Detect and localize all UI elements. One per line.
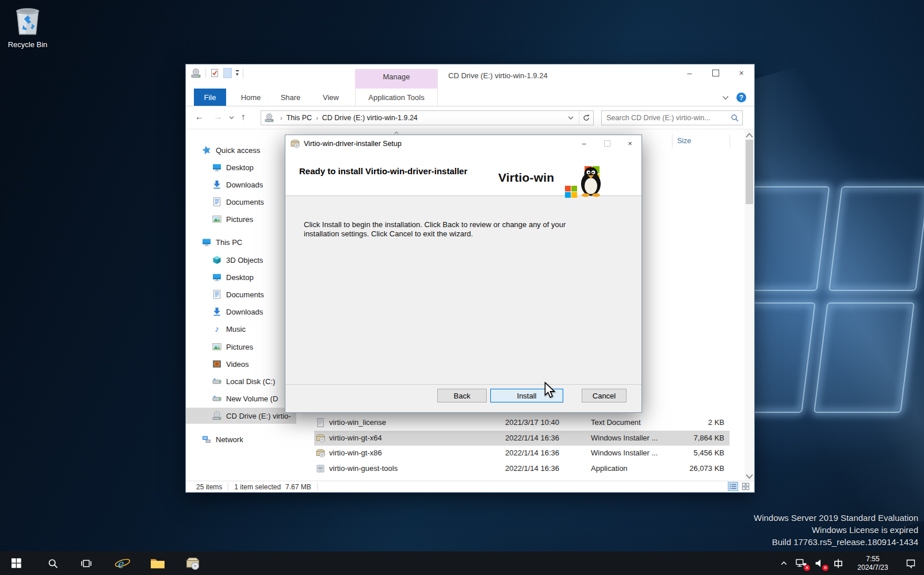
details-view-icon: [729, 482, 737, 490]
icons-view-button[interactable]: [740, 482, 751, 491]
quick-access-toolbar: ▾: [190, 68, 243, 78]
minimize-button[interactable]: –: [677, 64, 702, 82]
watermark-line: Windows Server 2019 Standard Evaluation: [754, 512, 918, 524]
divider: [243, 68, 243, 78]
file-row-virtio-win-gt-x86[interactable]: virtio-win-gt-x86 2022/1/14 16:36 Window…: [314, 446, 730, 461]
computer-icon: [202, 237, 211, 247]
download-arrow-icon: [212, 307, 222, 316]
network-status[interactable]: ✕: [792, 551, 810, 575]
help-icon[interactable]: ?: [736, 93, 746, 102]
ime-indicator[interactable]: 中: [828, 551, 848, 575]
sidebar-item-downloads2[interactable]: Downloads: [186, 304, 294, 320]
maximize-button[interactable]: [702, 64, 728, 82]
sidebar-item-pictures[interactable]: Pictures: [186, 211, 294, 227]
properties-check-icon[interactable]: [210, 68, 219, 78]
icons-view-icon: [742, 482, 750, 490]
recent-locations-icon[interactable]: [228, 114, 235, 121]
file-row-virtio-win-gt-x64[interactable]: virtio-win-gt-x64 2022/1/14 16:36 Window…: [314, 431, 730, 446]
sidebar-item-desktop[interactable]: Desktop: [186, 159, 294, 175]
dialog-maximize-button[interactable]: [595, 135, 618, 151]
sidebar-item-cd-drive-e[interactable]: CD Drive (E:) virtio-: [186, 408, 296, 424]
close-button[interactable]: ×: [728, 64, 754, 82]
document-icon: [212, 197, 222, 206]
tab-file[interactable]: File: [194, 89, 226, 106]
address-dropdown-icon[interactable]: [563, 114, 579, 121]
sidebar-item-music[interactable]: ♪Music: [186, 321, 294, 337]
msi-installer-icon: [291, 139, 300, 148]
sidebar-item-local-disk-c[interactable]: Local Disk (C:): [186, 373, 294, 389]
customize-qat-icon[interactable]: ▾: [236, 70, 239, 76]
scroll-down-icon[interactable]: [744, 471, 754, 481]
sidebar-item-desktop2[interactable]: Desktop: [186, 269, 294, 285]
sidebar-item-pictures2[interactable]: Pictures: [186, 339, 294, 355]
refresh-button[interactable]: [579, 111, 593, 125]
details-view-button[interactable]: [728, 482, 738, 491]
up-button[interactable]: ↑: [241, 112, 246, 121]
document-icon: [212, 290, 222, 299]
tab-view[interactable]: View: [315, 89, 347, 106]
task-view-button[interactable]: [74, 551, 99, 575]
sidebar-item-documents[interactable]: Documents: [186, 194, 294, 210]
internet-explorer-button[interactable]: e: [110, 551, 135, 575]
msi-file-icon: [316, 448, 325, 458]
sidebar-item-3d-objects[interactable]: 3D Objects: [186, 252, 294, 268]
music-note-icon: ♪: [212, 324, 222, 334]
sidebar-item-documents2[interactable]: Documents: [186, 286, 294, 302]
back-button[interactable]: Back: [437, 389, 487, 402]
network-icon: [202, 435, 211, 444]
search-input[interactable]: [602, 114, 731, 122]
dialog-heading: Ready to install Virtio-win-driver-insta…: [299, 166, 467, 176]
clock-date: 2024/7/23: [857, 564, 888, 572]
search-icon[interactable]: [731, 114, 739, 122]
address-box[interactable]: › This PC › CD Drive (E:) virtio-win-1.9…: [261, 110, 594, 125]
manage-contextual-tab[interactable]: Manage: [355, 69, 438, 89]
breadcrumb-this-pc[interactable]: This PC: [287, 114, 312, 122]
virtio-win-brand: Virtio-win: [498, 171, 554, 185]
msi-installer-icon: [186, 557, 200, 570]
action-center-icon: [906, 558, 916, 569]
cd-drive-icon: [265, 113, 274, 122]
start-button[interactable]: [3, 551, 29, 575]
back-button[interactable]: ←: [195, 112, 204, 121]
tab-home[interactable]: Home: [234, 89, 268, 106]
taskbar-search-button[interactable]: [40, 551, 66, 575]
minimize-ribbon-icon[interactable]: [721, 94, 730, 102]
vertical-scrollbar[interactable]: [744, 129, 754, 481]
action-center-button[interactable]: [898, 551, 924, 575]
sidebar-item-this-pc[interactable]: This PC: [186, 234, 294, 250]
windows-watermark: Windows Server 2019 Standard Evaluation …: [754, 512, 918, 548]
installer-taskbar-button[interactable]: [180, 551, 205, 575]
cd-drive-icon[interactable]: [190, 68, 201, 78]
sidebar-item-downloads[interactable]: Downloads: [186, 177, 294, 193]
system-tray: ✕ ✕ 中 7:55 2024/7/23: [776, 551, 924, 575]
dialog-minimize-button[interactable]: –: [572, 135, 595, 151]
volume-status[interactable]: ✕: [810, 551, 828, 575]
cancel-button[interactable]: Cancel: [582, 389, 627, 402]
dialog-close-button[interactable]: ×: [618, 135, 642, 151]
breadcrumb-cd-drive[interactable]: CD Drive (E:) virtio-win-1.9.24: [322, 114, 418, 122]
scrollbar-thumb[interactable]: [746, 140, 753, 204]
taskbar-clock[interactable]: 7:55 2024/7/23: [848, 551, 898, 575]
sidebar-item-videos[interactable]: Videos: [186, 356, 294, 372]
film-icon: [212, 359, 222, 369]
blank-file-icon[interactable]: [223, 68, 232, 78]
file-explorer-button[interactable]: [145, 551, 170, 575]
sidebar-item-quick-access[interactable]: Quick access: [186, 142, 294, 158]
divider: [228, 483, 228, 490]
window-controls: – ×: [677, 64, 754, 82]
scroll-up-icon[interactable]: [744, 131, 754, 140]
tab-share[interactable]: Share: [273, 89, 308, 106]
view-buttons: [728, 482, 751, 491]
file-row-virtio-win-license[interactable]: virtio-win_license 2021/3/17 10:40 Text …: [314, 415, 730, 430]
sidebar-item-new-volume-d[interactable]: New Volume (D: [186, 390, 294, 407]
file-row-virtio-win-guest-tools[interactable]: virtio-win-guest-tools 2022/1/14 16:36 A…: [314, 461, 730, 476]
dialog-window-controls: – ×: [572, 135, 642, 151]
tray-expand-button[interactable]: [776, 551, 792, 575]
cube-icon: [212, 255, 222, 264]
sidebar-item-network[interactable]: Network: [186, 431, 294, 447]
forward-button[interactable]: →: [213, 112, 222, 121]
column-header-size[interactable]: Size: [672, 134, 730, 148]
tab-application-tools[interactable]: Application Tools: [355, 89, 438, 106]
picture-icon: [212, 214, 222, 224]
recycle-bin-shortcut[interactable]: Recycle Bin: [3, 3, 52, 49]
